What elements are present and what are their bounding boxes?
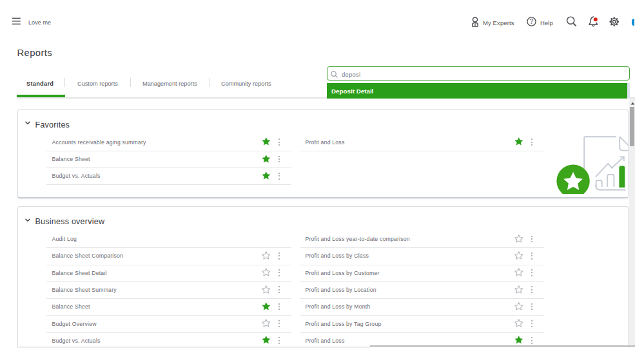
svg-text:?: ? (530, 17, 534, 25)
